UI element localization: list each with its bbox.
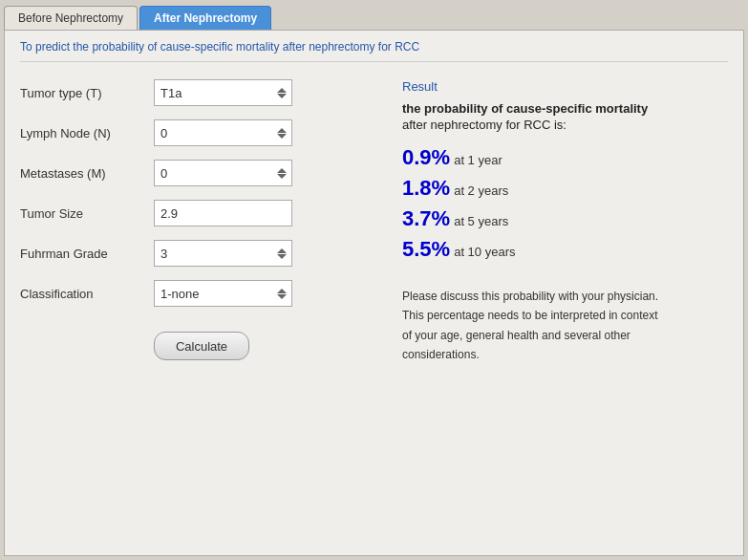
lymph-node-label: Lymph Node (N) — [20, 126, 154, 140]
fuhrman-grade-label: Fuhrman Grade — [20, 247, 154, 261]
tab-before-nephrectomy[interactable]: Before Nephrectomy — [4, 6, 138, 30]
calculate-button[interactable]: Calculate — [154, 332, 249, 360]
metastases-select[interactable]: 0 1 — [154, 160, 292, 186]
disclaimer-line1: Please discuss this probability with you… — [402, 287, 728, 306]
fuhrman-grade-select[interactable]: 1 2 3 4 — [154, 240, 292, 267]
result-row-2yr: 1.8% at 2 years — [402, 176, 728, 201]
result-row-5yr: 3.7% at 5 years — [402, 206, 728, 231]
tab-bar: Before Nephrectomy After Nephrectomy — [0, 0, 748, 30]
classification-input-wrap: 1-none 2-mild 3-moderate 4-severe — [154, 280, 292, 307]
tumor-type-row: Tumor type (T) T1a T1b T2 T3 T4 — [20, 79, 374, 106]
fuhrman-grade-row: Fuhrman Grade 1 2 3 4 — [20, 240, 374, 267]
result-label: Result — [402, 79, 728, 94]
lymph-node-input-wrap: 0 1 2 — [154, 119, 292, 146]
fuhrman-grade-input-wrap: 1 2 3 4 — [154, 240, 292, 267]
result-5yr-period: at 5 years — [454, 214, 508, 228]
lymph-node-row: Lymph Node (N) 0 1 2 — [20, 119, 374, 146]
tumor-size-input[interactable] — [154, 200, 292, 226]
classification-row: Classification 1-none 2-mild 3-moderate … — [20, 280, 374, 307]
result-row-1yr: 0.9% at 1 year — [402, 145, 728, 170]
result-5yr-pct: 3.7% — [402, 206, 450, 231]
result-row-10yr: 5.5% at 10 years — [402, 237, 728, 262]
tumor-type-select[interactable]: T1a T1b T2 T3 T4 — [154, 79, 292, 106]
result-1yr-pct: 0.9% — [402, 145, 450, 170]
tumor-size-label: Tumor Size — [20, 206, 154, 221]
app-window: Before Nephrectomy After Nephrectomy To … — [0, 0, 748, 560]
main-content: Tumor type (T) T1a T1b T2 T3 T4 — [20, 79, 728, 546]
tumor-type-label: Tumor type (T) — [20, 86, 154, 100]
disclaimer: Please discuss this probability with you… — [402, 287, 728, 365]
result-1yr-period: at 1 year — [454, 153, 502, 167]
disclaimer-line2: This percentage needs to be interpreted … — [402, 306, 728, 325]
disclaimer-line4: considerations. — [402, 345, 728, 364]
metastases-label: Metastases (M) — [20, 166, 154, 181]
tab-after-nephrectomy[interactable]: After Nephrectomy — [139, 6, 271, 30]
metastases-input-wrap: 0 1 — [154, 160, 292, 186]
content-panel: To predict the probability of cause-spec… — [4, 30, 744, 556]
result-10yr-pct: 5.5% — [402, 237, 450, 262]
result-heading: the probability of cause-specific mortal… — [402, 101, 728, 116]
classification-label: Classification — [20, 287, 154, 301]
classification-select[interactable]: 1-none 2-mild 3-moderate 4-severe — [154, 280, 292, 307]
disclaimer-line3: of your age, general health and several … — [402, 326, 728, 345]
lymph-node-select[interactable]: 0 1 2 — [154, 119, 292, 146]
metastases-row: Metastases (M) 0 1 — [20, 160, 374, 186]
result-10yr-period: at 10 years — [454, 245, 515, 259]
result-section: Result the probability of cause-specific… — [393, 79, 728, 546]
form-section: Tumor type (T) T1a T1b T2 T3 T4 — [20, 79, 374, 546]
result-2yr-pct: 1.8% — [402, 176, 450, 201]
result-2yr-period: at 2 years — [454, 183, 508, 198]
tumor-type-input-wrap: T1a T1b T2 T3 T4 — [154, 79, 292, 106]
description-text: To predict the probability of cause-spec… — [20, 40, 728, 62]
calculate-row: Calculate — [20, 320, 374, 360]
tumor-size-input-wrap — [154, 200, 292, 226]
result-subheading: after nephrectomy for RCC is: — [402, 118, 728, 132]
tumor-size-row: Tumor Size — [20, 200, 374, 226]
